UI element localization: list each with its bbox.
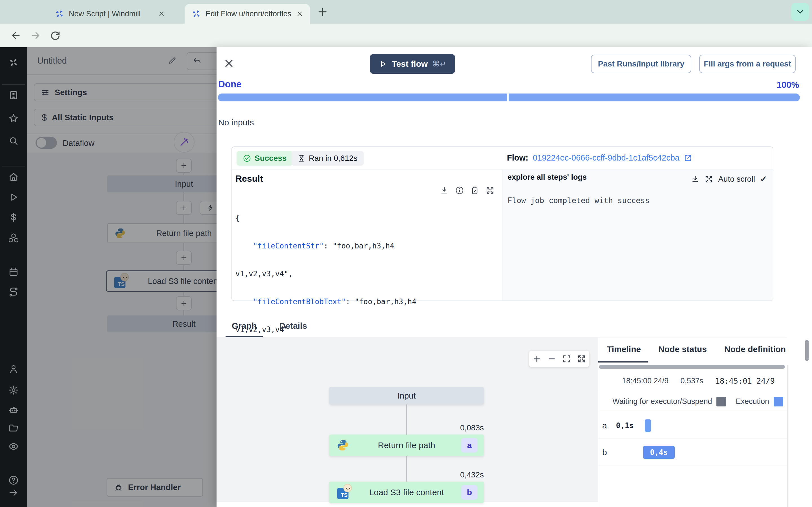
timeline-range-row: 18:45:00 24/9 0,537s 18:45:01 24/9 — [598, 371, 788, 391]
new-tab-button[interactable] — [316, 6, 329, 18]
close-tab-icon[interactable] — [296, 10, 303, 17]
rail-divider — [2, 84, 25, 85]
zoom-in-icon[interactable] — [532, 354, 541, 363]
timeline-row-b: b 0,4s — [598, 439, 788, 466]
legend-execution-label: Execution — [735, 397, 769, 406]
tab-node-status[interactable]: Node status — [658, 344, 707, 354]
home-icon[interactable] — [8, 172, 19, 182]
fullscreen-icon[interactable] — [577, 354, 586, 363]
run-total-duration: 0,537s — [680, 377, 703, 385]
auto-scroll-check-icon[interactable]: ✓ — [760, 174, 767, 184]
step-duration: 0,4s — [650, 448, 668, 457]
python-icon — [337, 439, 349, 452]
zoom-out-icon[interactable] — [547, 354, 556, 363]
test-flow-label: Test flow — [392, 59, 428, 69]
success-label: Success — [255, 154, 287, 163]
flow-id-link[interactable]: 019224ec-0666-ccff-9dbd-1c1af5c42cba — [533, 153, 679, 163]
schedules-calendar-icon[interactable] — [8, 267, 19, 277]
no-inputs-text: No inputs — [218, 118, 254, 127]
settings-gear-icon[interactable] — [8, 385, 19, 395]
step-badge: b — [461, 485, 477, 500]
past-runs-button[interactable]: Past Runs/Input library — [591, 55, 691, 73]
flow-editor-sidebar: Untitled Settings $ All Static Inputs Da… — [27, 47, 216, 507]
timeline-row-a: a 0,1s — [598, 412, 788, 439]
browser-tab-new-script[interactable]: New Script | Windmill — [48, 4, 172, 24]
result-title: Result — [236, 173, 263, 184]
modal-dim-overlay — [27, 47, 216, 507]
graph-node-return-file-path[interactable]: Return file path a — [329, 435, 484, 456]
tab-title: New Script | Windmill — [69, 10, 141, 18]
flow-id-row: Flow: 019224ec-0666-ccff-9dbd-1c1af5c42c… — [507, 153, 692, 163]
execution-bar[interactable]: 0,4s — [643, 446, 675, 459]
execution-bar[interactable] — [645, 419, 651, 432]
fill-args-label: Fill args from a request — [704, 59, 791, 68]
fit-view-icon[interactable] — [562, 354, 571, 363]
browser-tab-edit-flow[interactable]: Edit Flow u/henri/effortless_fl — [185, 4, 310, 24]
result-toolbar — [440, 186, 495, 195]
windmill-logo-icon[interactable] — [8, 57, 19, 68]
info-icon[interactable] — [455, 186, 464, 195]
download-icon[interactable] — [691, 175, 700, 183]
legend-execution-swatch — [774, 397, 783, 406]
expand-icon[interactable] — [705, 175, 713, 183]
copy-clipboard-icon[interactable] — [470, 186, 479, 195]
graph-zoom-controls — [529, 351, 589, 367]
help-icon[interactable] — [8, 475, 19, 486]
log-line: Flow job completed with success — [507, 196, 650, 205]
tab-graph[interactable]: Graph — [225, 316, 263, 337]
flows-route-icon[interactable] — [8, 287, 19, 297]
collapse-arrow-icon[interactable] — [8, 487, 19, 498]
timeline-tabs: Timeline Node status Node definition — [607, 337, 786, 361]
external-link-icon[interactable] — [684, 154, 692, 162]
expand-icon[interactable] — [486, 186, 495, 195]
timeline-legend: Waiting for executor/Suspend Execution — [598, 391, 788, 412]
close-panel-icon[interactable] — [223, 58, 234, 69]
flow-graph-canvas[interactable]: Input 0,083s Return file path a 0,432s T… — [216, 337, 598, 502]
step-id: b — [602, 448, 607, 457]
tab-search-chevron-button[interactable] — [791, 3, 809, 21]
fill-args-button[interactable]: Fill args from a request — [699, 55, 796, 73]
graph-node-input[interactable]: Input — [329, 387, 484, 404]
progress-percent: 100% — [777, 80, 799, 90]
step-id: a — [602, 421, 607, 431]
download-icon[interactable] — [440, 186, 449, 195]
logs-viewer: explore all steps' logs Auto scroll ✓ Fl… — [502, 170, 773, 300]
close-tab-icon[interactable] — [158, 10, 165, 17]
graph-node-load-s3[interactable]: TS Load S3 file content b — [329, 482, 484, 503]
browser-toolbar: app.windmill.dev/flows/edit/u/henri/effo… — [0, 24, 812, 47]
workers-robot-icon[interactable] — [8, 404, 19, 415]
rail-divider — [2, 166, 25, 166]
audit-eye-icon[interactable] — [8, 441, 19, 452]
vertical-scrollbar[interactable] — [805, 340, 809, 361]
run-start-time: 18:45:00 24/9 — [622, 377, 668, 385]
tab-timeline[interactable]: Timeline — [607, 344, 641, 354]
test-flow-button[interactable]: Test flow ⌘↵ — [370, 54, 455, 74]
workspace-icon[interactable] — [8, 90, 19, 101]
runs-play-icon[interactable] — [8, 192, 19, 203]
timeline-panel: Timeline Node status Node definition 18:… — [598, 337, 812, 507]
status-text: Done — [218, 79, 242, 90]
favorites-star-icon[interactable] — [8, 113, 19, 124]
resources-cubes-icon[interactable] — [8, 233, 19, 243]
tab-details[interactable]: Details — [276, 316, 310, 336]
tab-title: Edit Flow u/henri/effortless_fl — [206, 10, 291, 18]
auto-scroll-label[interactable]: Auto scroll — [718, 175, 755, 184]
node-label: Return file path — [378, 441, 435, 450]
run-end-time: 18:45:01 24/9 — [715, 377, 775, 385]
run-result-card: Success Ran in 0,612s Flow: 019224ec-066… — [232, 147, 773, 301]
back-icon[interactable] — [10, 30, 21, 41]
timeline-scrollbar[interactable] — [599, 365, 785, 369]
folders-icon[interactable] — [8, 423, 19, 434]
flow-label: Flow: — [507, 153, 528, 163]
search-icon[interactable] — [8, 135, 19, 146]
bun-typescript-icon: TS — [337, 487, 350, 499]
duration-badge: Ran in 0,612s — [291, 151, 364, 166]
legend-waiting-swatch — [716, 397, 726, 406]
active-tab-underline — [598, 361, 648, 362]
forward-icon[interactable] — [30, 30, 41, 41]
reload-icon[interactable] — [50, 30, 61, 41]
result-viewer: Result { "fileContentStr": "foo,bar,h3,h… — [232, 170, 502, 300]
users-person-icon[interactable] — [8, 363, 19, 374]
variables-dollar-icon[interactable] — [8, 212, 19, 223]
tab-node-definition[interactable]: Node definition — [724, 344, 786, 354]
